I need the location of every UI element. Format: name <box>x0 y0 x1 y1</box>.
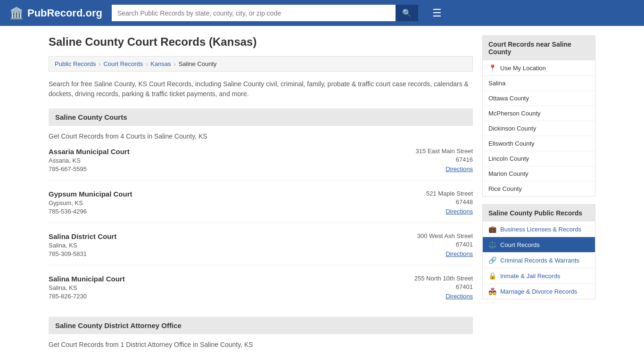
breadcrumb-sep-3: › <box>174 61 176 67</box>
public-records-label: Inmate & Jail Records <box>500 272 560 280</box>
nearby-location-item[interactable]: Dickinson County <box>483 121 595 136</box>
court-address: 255 North 10th Street 67401 Directions <box>379 275 473 300</box>
nearby-location-item[interactable]: Ottawa County <box>483 91 595 106</box>
court-street: 521 Maple Street <box>379 190 473 197</box>
directions-link[interactable]: Directions <box>446 165 473 173</box>
public-records-item[interactable]: 💑 Marriage & Divorce Records <box>483 284 595 299</box>
court-phone: 785-536-4296 <box>49 208 379 215</box>
public-records-icon: 💑 <box>488 288 496 295</box>
breadcrumb-kansas[interactable]: Kansas <box>150 60 171 67</box>
page-title: Saline County Court Records (Kansas) <box>49 35 473 49</box>
courts-section-sub: Get Court Records from 4 Courts in Salin… <box>49 132 473 140</box>
nearby-location-item[interactable]: Salina <box>483 76 595 91</box>
court-name: Salina District Court <box>49 232 379 240</box>
court-phone: 785-667-5595 <box>49 165 379 173</box>
court-city: Salina, KS <box>49 242 379 249</box>
court-name: Salina Municipal Court <box>49 275 379 283</box>
public-records-header: Saline County Public Records <box>483 205 595 222</box>
nearby-location-item[interactable]: McPherson County <box>483 106 595 121</box>
court-phone: 785-309-5831 <box>49 250 379 257</box>
court-city: Gypsum, KS <box>49 199 379 206</box>
court-address: 315 East Main Street 67416 Directions <box>379 148 473 173</box>
court-info: Gypsum Municipal Court Gypsum, KS 785-53… <box>49 190 379 215</box>
directions-link[interactable]: Directions <box>446 208 473 215</box>
nearby-location-item[interactable]: Rice County <box>483 181 595 196</box>
court-address: 521 Maple Street 67448 Directions <box>379 190 473 215</box>
nearby-location-item[interactable]: Lincoln County <box>483 151 595 166</box>
da-section-header: Saline County District Attorney Office <box>49 317 473 334</box>
breadcrumb: Public Records › Court Records › Kansas … <box>49 56 473 72</box>
site-header: 🏛️ PubRecord.org 🔍 ☰ <box>0 0 644 26</box>
public-records-label: Marriage & Divorce Records <box>500 288 577 295</box>
court-address: 300 West Ash Street 67401 Directions <box>379 232 473 257</box>
search-bar: 🔍 <box>112 5 418 21</box>
search-icon: 🔍 <box>402 9 412 17</box>
court-street: 255 North 10th Street <box>379 275 473 282</box>
court-zip: 67401 <box>379 241 473 248</box>
nearby-location-item[interactable]: Marion County <box>483 166 595 181</box>
public-records-box: Saline County Public Records 💼 Business … <box>482 204 595 299</box>
search-input[interactable] <box>112 5 396 21</box>
public-records-item[interactable]: ⚖️ Court Records <box>483 237 595 253</box>
nearby-courts-box: Court Records near Saline County 📍 Use M… <box>482 35 595 197</box>
court-entry: Salina District Court Salina, KS 785-309… <box>49 232 473 265</box>
public-records-icon: 🔗 <box>488 256 496 264</box>
menu-button[interactable]: ☰ <box>432 7 442 19</box>
da-section: Saline County District Attorney Office G… <box>49 317 473 348</box>
court-zip: 67401 <box>379 283 473 290</box>
court-city: Assaria, KS <box>49 157 379 164</box>
use-location-item[interactable]: 📍 Use My Location <box>483 60 595 76</box>
hamburger-icon: ☰ <box>432 7 442 19</box>
nearby-locations-list: SalinaOttawa CountyMcPherson CountyDicki… <box>483 76 595 196</box>
court-street: 300 West Ash Street <box>379 232 473 239</box>
court-info: Salina District Court Salina, KS 785-309… <box>49 232 379 257</box>
public-records-item[interactable]: 🔗 Criminal Records & Warrants <box>483 253 595 268</box>
directions-link[interactable]: Directions <box>446 250 473 257</box>
public-records-label: Court Records <box>500 241 540 248</box>
nearby-courts-header: Court Records near Saline County <box>483 36 595 60</box>
breadcrumb-sep-1: › <box>99 61 100 67</box>
logo-text: PubRecord.org <box>27 7 102 19</box>
courts-list: Assaria Municipal Court Assaria, KS 785-… <box>49 148 473 307</box>
court-zip: 67448 <box>379 198 473 206</box>
location-icon: 📍 <box>488 64 496 72</box>
sidebar: Court Records near Saline County 📍 Use M… <box>482 35 595 356</box>
breadcrumb-sep-2: › <box>146 61 148 67</box>
court-info: Salina Municipal Court Salina, KS 785-82… <box>49 275 379 300</box>
breadcrumb-saline-county: Saline County <box>179 60 217 67</box>
breadcrumb-public-records[interactable]: Public Records <box>55 60 96 67</box>
court-zip: 67416 <box>379 156 473 163</box>
main-container: Saline County Court Records (Kansas) Pub… <box>39 26 605 362</box>
public-records-list: 💼 Business Licenses & Records ⚖️ Court R… <box>483 222 595 299</box>
court-city: Salina, KS <box>49 284 379 291</box>
nearby-location-item[interactable]: Ellsworth County <box>483 136 595 151</box>
public-records-icon: 🔒 <box>488 272 496 280</box>
content-area: Saline County Court Records (Kansas) Pub… <box>49 35 473 356</box>
use-location-label: Use My Location <box>500 65 546 72</box>
page-description: Search for free Saline County, KS Court … <box>49 79 473 99</box>
public-records-label: Business Licenses & Records <box>500 226 581 233</box>
breadcrumb-court-records[interactable]: Court Records <box>103 60 143 67</box>
public-records-icon: ⚖️ <box>488 241 496 248</box>
site-logo[interactable]: 🏛️ PubRecord.org <box>9 7 102 20</box>
court-info: Assaria Municipal Court Assaria, KS 785-… <box>49 148 379 173</box>
court-phone: 785-826-7230 <box>49 293 379 300</box>
logo-icon: 🏛️ <box>9 7 24 20</box>
public-records-label: Criminal Records & Warrants <box>500 257 579 264</box>
court-name: Gypsum Municipal Court <box>49 190 379 198</box>
search-button[interactable]: 🔍 <box>396 5 418 21</box>
public-records-item[interactable]: 💼 Business Licenses & Records <box>483 222 595 237</box>
court-street: 315 East Main Street <box>379 148 473 155</box>
courts-section-header: Saline County Courts <box>49 108 473 126</box>
public-records-icon: 💼 <box>488 225 496 233</box>
court-entry: Assaria Municipal Court Assaria, KS 785-… <box>49 148 473 181</box>
court-name: Assaria Municipal Court <box>49 148 379 156</box>
court-entry: Salina Municipal Court Salina, KS 785-82… <box>49 275 473 307</box>
public-records-item[interactable]: 🔒 Inmate & Jail Records <box>483 268 595 284</box>
court-entry: Gypsum Municipal Court Gypsum, KS 785-53… <box>49 190 473 223</box>
directions-link[interactable]: Directions <box>446 293 473 300</box>
da-section-sub: Get Court Records from 1 District Attorn… <box>49 341 473 348</box>
